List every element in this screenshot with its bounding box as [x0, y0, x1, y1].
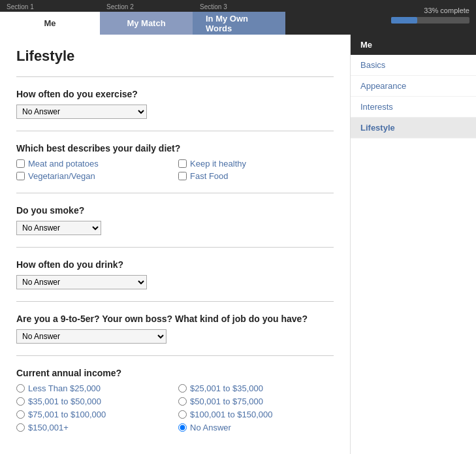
- page-title: Lifestyle: [16, 48, 334, 65]
- drink-section: How often do you drink? No Answer Daily …: [16, 259, 334, 289]
- top-nav: Section 1 Section 2 Section 3 Me My Matc…: [0, 0, 476, 35]
- progress-bar-fill: [391, 17, 417, 24]
- tab-mymatch[interactable]: My Match: [100, 12, 193, 35]
- section3-label: Section 3: [200, 3, 227, 10]
- income-radio-150plus[interactable]: [16, 423, 25, 432]
- sidebar-item-lifestyle[interactable]: Lifestyle: [351, 118, 476, 138]
- tab-mywords[interactable]: In My Own Words: [193, 12, 285, 35]
- divider-top: [16, 76, 334, 77]
- income-50to75[interactable]: $50,001 to $75,000: [178, 397, 334, 406]
- sidebar-item-basics[interactable]: Basics: [351, 55, 476, 76]
- sidebar: Me Basics Appearance Interests Lifestyle: [351, 35, 476, 454]
- progress-area: 33% complete: [391, 7, 469, 24]
- content-area: Lifestyle How often do you exercise? No …: [0, 35, 351, 454]
- divider-1: [16, 131, 334, 131]
- job-question: Are you a 9-to-5er? Your own boss? What …: [16, 314, 334, 324]
- income-lt25[interactable]: Less Than $25,000: [16, 383, 172, 393]
- divider-5: [16, 355, 334, 356]
- income-35to50[interactable]: $35,001 to $50,000: [16, 397, 172, 406]
- section1-label: Section 1: [7, 3, 34, 10]
- income-100to150[interactable]: $100,001 to $150,000: [178, 410, 334, 419]
- smoke-section: Do you smoke? No Answer Yes No Trying to…: [16, 205, 334, 235]
- tab-me[interactable]: Me: [0, 12, 100, 35]
- progress-bar-bg: [391, 17, 469, 24]
- diet-option-veg[interactable]: Vegetarian/Vegan: [16, 171, 172, 181]
- income-radio-75to100[interactable]: [16, 410, 25, 419]
- income-radio-35to50[interactable]: [16, 397, 25, 406]
- diet-option-healthy[interactable]: Keep it healthy: [178, 159, 334, 169]
- income-question: Current annual income?: [16, 368, 334, 378]
- income-section: Current annual income? Less Than $25,000…: [16, 368, 334, 432]
- diet-checkbox-veg[interactable]: [16, 172, 25, 180]
- exercise-question: How often do you exercise?: [16, 89, 334, 99]
- divider-3: [16, 247, 334, 248]
- income-150plus[interactable]: $150,001+: [16, 423, 172, 432]
- income-radios: Less Than $25,000 $25,001 to $35,000 $35…: [16, 383, 334, 432]
- sidebar-header: Me: [351, 35, 476, 55]
- job-section: Are you a 9-to-5er? Your own boss? What …: [16, 314, 334, 344]
- diet-checkbox-healthy[interactable]: [178, 159, 187, 168]
- income-25to35[interactable]: $25,001 to $35,000: [178, 383, 334, 393]
- divider-4: [16, 301, 334, 302]
- diet-checkbox-meat[interactable]: [16, 159, 25, 168]
- exercise-section: How often do you exercise? No Answer Dai…: [16, 89, 334, 119]
- income-75to100[interactable]: $75,001 to $100,000: [16, 410, 172, 419]
- diet-option-meat[interactable]: Meat and potatoes: [16, 159, 172, 169]
- exercise-select[interactable]: No Answer Daily Several times a week Onc…: [16, 105, 147, 119]
- diet-checkboxes: Meat and potatoes Keep it healthy Vegeta…: [16, 159, 334, 181]
- job-select[interactable]: No Answer 9-to-5er Own boss Part-time St…: [16, 329, 167, 344]
- diet-question: Which best describes your daily diet?: [16, 143, 334, 154]
- diet-option-fastfood[interactable]: Fast Food: [178, 171, 334, 181]
- sidebar-item-interests[interactable]: Interests: [351, 97, 476, 118]
- diet-checkbox-fastfood[interactable]: [178, 172, 187, 180]
- diet-section: Which best describes your daily diet? Me…: [16, 143, 334, 181]
- drink-question: How often do you drink?: [16, 259, 334, 270]
- drink-select[interactable]: No Answer Daily Often Socially Rarely Ne…: [16, 275, 147, 289]
- smoke-select[interactable]: No Answer Yes No Trying to quit: [16, 221, 101, 235]
- smoke-question: Do you smoke?: [16, 205, 334, 216]
- income-radio-50to75[interactable]: [178, 397, 187, 406]
- section2-label: Section 2: [106, 3, 134, 10]
- income-radio-25to35[interactable]: [178, 384, 187, 393]
- income-radio-lt25[interactable]: [16, 384, 25, 393]
- income-noanswer[interactable]: No Answer: [178, 423, 334, 432]
- progress-text: 33% complete: [391, 7, 469, 14]
- income-radio-100to150[interactable]: [178, 410, 187, 419]
- divider-2: [16, 193, 334, 193]
- main-layout: Lifestyle How often do you exercise? No …: [0, 35, 476, 454]
- income-radio-noanswer[interactable]: [178, 423, 187, 432]
- sidebar-item-appearance[interactable]: Appearance: [351, 76, 476, 97]
